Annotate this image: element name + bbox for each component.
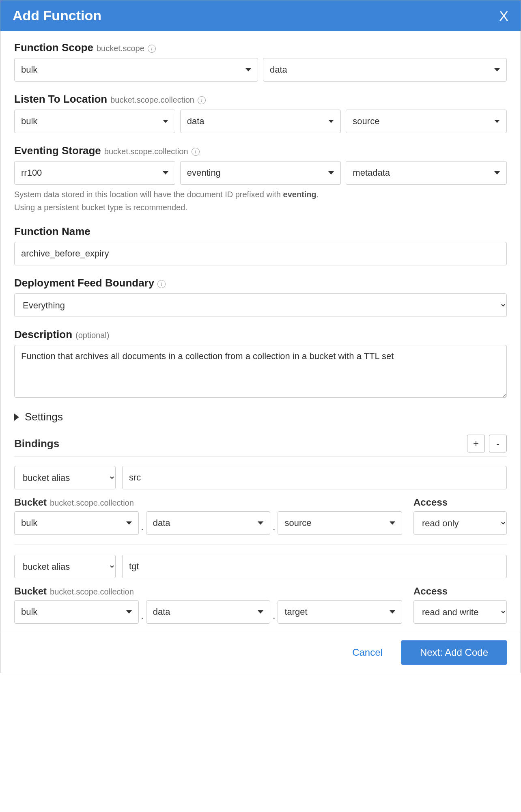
label-text: Description — [14, 328, 72, 341]
label-text: Access — [413, 497, 448, 508]
close-icon[interactable]: X — [499, 9, 508, 23]
label-text: Eventing Storage — [14, 144, 101, 157]
next-add-code-button[interactable]: Next: Add Code — [401, 640, 507, 665]
binding-row: bucket alias Bucket bucket.scope.collect… — [14, 555, 507, 624]
chevron-down-icon — [163, 171, 168, 174]
label-text: Bucket — [14, 497, 47, 508]
select-value: bulk — [21, 65, 37, 75]
chevron-down-icon — [494, 171, 500, 174]
chevron-down-icon — [494, 120, 500, 123]
chevron-down-icon — [126, 610, 132, 614]
boundary-select[interactable]: Everything — [14, 293, 507, 317]
listen-bucket-select[interactable]: bulk — [14, 110, 175, 133]
info-icon[interactable]: i — [192, 148, 200, 156]
chevron-down-icon — [163, 120, 168, 123]
hint-text: Using a persistent bucket type is recomm… — [14, 203, 187, 212]
chevron-down-icon — [328, 171, 334, 174]
bindings-buttons: + - — [467, 435, 507, 452]
binding-access-select[interactable]: read only — [413, 511, 507, 535]
binding-access-select[interactable]: read and write — [413, 600, 507, 624]
select-value: source — [353, 116, 379, 127]
dot-separator: . — [272, 611, 276, 621]
info-icon[interactable]: i — [198, 96, 206, 104]
binding-scope-select[interactable]: data — [146, 600, 271, 624]
select-value: target — [284, 607, 307, 617]
description-section: Description (optional) Function that arc… — [14, 328, 507, 399]
listen-collection-select[interactable]: source — [346, 110, 507, 133]
label-text: Function Scope — [14, 41, 93, 54]
binding-scope-select[interactable]: data — [146, 511, 271, 535]
cancel-button[interactable]: Cancel — [350, 646, 385, 659]
dot-separator: . — [140, 522, 144, 532]
settings-toggle[interactable]: Settings — [14, 411, 507, 423]
eventing-storage-section: Eventing Storage bucket.scope.collection… — [14, 144, 507, 214]
hint-text: System data stored in this location will… — [14, 190, 283, 199]
select-value: rr100 — [21, 168, 42, 178]
binding-collection-select[interactable]: target — [278, 600, 402, 624]
label-text: Deployment Feed Boundary — [14, 277, 154, 289]
storage-scope-select[interactable]: eventing — [180, 161, 341, 185]
description-textarea[interactable]: Function that archives all documents in … — [14, 345, 507, 398]
binding-collection-select[interactable]: source — [278, 511, 402, 535]
dialog-body: Function Scope bucket.scope i bulk data … — [0, 31, 521, 632]
label-sub: bucket.scope.collection — [110, 95, 194, 105]
binding-bucket-select[interactable]: bulk — [14, 600, 139, 624]
info-icon[interactable]: i — [148, 45, 156, 53]
select-value: eventing — [187, 168, 221, 178]
listen-label: Listen To Location bucket.scope.collecti… — [14, 93, 507, 106]
select-value: bulk — [21, 607, 37, 617]
remove-binding-button[interactable]: - — [489, 435, 507, 452]
dialog-footer: Cancel Next: Add Code — [0, 632, 521, 673]
label-sub: bucket.scope.collection — [104, 147, 188, 156]
chevron-down-icon — [390, 521, 395, 525]
hint-bold: eventing — [283, 190, 316, 199]
add-binding-button[interactable]: + — [467, 435, 485, 452]
label-text: Listen To Location — [14, 93, 107, 106]
select-value: bulk — [21, 116, 37, 127]
scope-scope-select[interactable]: data — [263, 58, 507, 82]
dialog-header: Add Function X — [0, 0, 521, 31]
binding-bucket-select[interactable]: bulk — [14, 511, 139, 535]
bindings-header: Bindings + - — [14, 435, 507, 457]
boundary-label: Deployment Feed Boundary i — [14, 277, 507, 289]
description-label: Description (optional) — [14, 328, 507, 341]
select-value: data — [187, 116, 205, 127]
storage-label: Eventing Storage bucket.scope.collection… — [14, 144, 507, 157]
binding-type-select[interactable]: bucket alias — [14, 466, 116, 489]
boundary-section: Deployment Feed Boundary i Everything — [14, 277, 507, 317]
storage-collection-select[interactable]: metadata — [346, 161, 507, 185]
function-scope-label: Function Scope bucket.scope i — [14, 41, 507, 54]
caret-right-icon — [14, 414, 19, 421]
select-value: bulk — [21, 518, 37, 528]
chevron-down-icon — [258, 521, 263, 525]
label-sub: (optional) — [75, 331, 109, 340]
chevron-down-icon — [328, 120, 334, 123]
select-value: source — [284, 518, 311, 528]
listen-location-section: Listen To Location bucket.scope.collecti… — [14, 93, 507, 133]
storage-hint: System data stored in this location will… — [14, 188, 507, 214]
binding-access-label: Access — [413, 586, 507, 597]
name-label: Function Name — [14, 225, 507, 238]
binding-alias-input[interactable] — [122, 466, 507, 489]
listen-scope-select[interactable]: data — [180, 110, 341, 133]
chevron-down-icon — [390, 610, 395, 614]
hint-text: . — [316, 190, 319, 199]
function-name-input[interactable] — [14, 242, 507, 265]
binding-row: bucket alias Bucket bucket.scope.collect… — [14, 466, 507, 545]
binding-bucket-label: Bucket bucket.scope.collection — [14, 586, 402, 597]
select-value: data — [153, 518, 170, 528]
scope-bucket-select[interactable]: bulk — [14, 58, 258, 82]
dot-separator: . — [140, 611, 144, 621]
binding-type-select[interactable]: bucket alias — [14, 555, 116, 578]
chevron-down-icon — [245, 68, 251, 71]
label-sub: bucket.scope.collection — [50, 498, 134, 508]
select-value: data — [270, 65, 287, 75]
dot-separator: . — [272, 522, 276, 532]
label-text: Bucket — [14, 586, 47, 597]
info-icon[interactable]: i — [157, 280, 166, 288]
storage-bucket-select[interactable]: rr100 — [14, 161, 175, 185]
chevron-down-icon — [494, 68, 500, 71]
dialog-title: Add Function — [13, 8, 101, 24]
binding-alias-input[interactable] — [122, 555, 507, 578]
binding-access-label: Access — [413, 497, 507, 508]
